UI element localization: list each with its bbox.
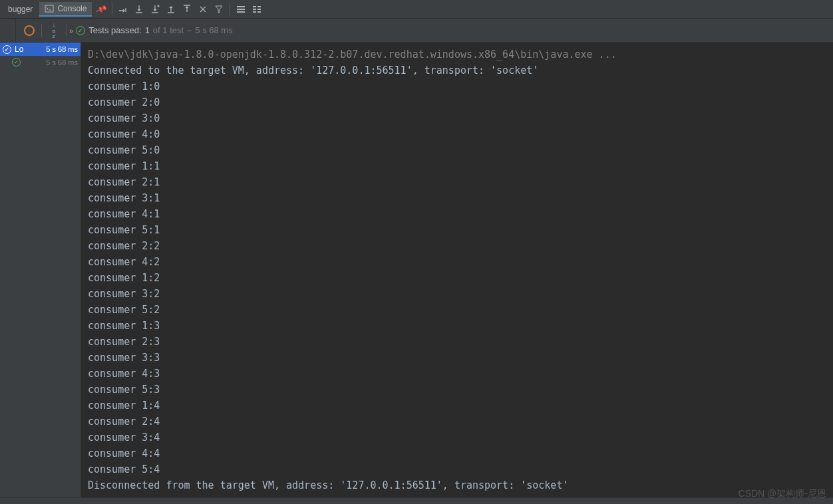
svg-rect-8 xyxy=(257,9,261,10)
svg-rect-0 xyxy=(45,5,53,12)
expand-icon[interactable]: » xyxy=(69,27,72,35)
console-line: consumer 1:2 xyxy=(88,270,826,286)
test-item-time: 5 s 68 ms xyxy=(46,59,78,66)
console-line: consumer 1:3 xyxy=(88,318,826,334)
tab-console[interactable]: Console xyxy=(39,2,92,17)
console-line: consumer 5:2 xyxy=(88,302,826,318)
console-line: consumer 4:0 xyxy=(88,126,826,142)
console-line: consumer 3:1 xyxy=(88,190,826,206)
duration: 5 s 68 ms xyxy=(195,25,232,35)
status-prefix: Tests passed: xyxy=(88,25,142,35)
console-line: consumer 5:1 xyxy=(88,222,826,238)
console-line: consumer 3:3 xyxy=(88,350,826,366)
dash: – xyxy=(187,25,192,35)
tab-console-label: Console xyxy=(57,4,86,13)
console-line: consumer 5:3 xyxy=(88,382,826,398)
console-line: consumer 1:1 xyxy=(88,158,826,174)
console-cmd-line: D:\dev\jdk\java-1.8.0-openjdk-1.8.0.312-… xyxy=(88,47,826,63)
console-line: consumer 2:2 xyxy=(88,238,826,254)
test-item-label: Lo xyxy=(15,45,23,54)
test-status-bar: ↓az » ✓ Tests passed: 1 of 1 test – 5 s … xyxy=(0,19,833,43)
tab-debugger-label: bugger xyxy=(8,5,33,14)
test-tree-item[interactable]: ✓ 5 s 68 ms xyxy=(0,56,81,68)
svg-rect-9 xyxy=(253,11,256,13)
of-text: of 1 test xyxy=(153,25,184,35)
tab-debugger[interactable]: bugger xyxy=(3,3,38,16)
console-line: consumer 2:1 xyxy=(88,174,826,190)
history-icon[interactable] xyxy=(21,23,37,39)
console-line: consumer 3:2 xyxy=(88,286,826,302)
divider xyxy=(66,24,67,37)
step-out-icon[interactable] xyxy=(164,2,178,17)
trace-icon[interactable] xyxy=(234,2,248,17)
divider xyxy=(230,3,230,16)
svg-rect-4 xyxy=(237,11,245,13)
console-line: consumer 4:2 xyxy=(88,254,826,270)
console-line: consumer 2:3 xyxy=(88,334,826,350)
watermark: CSDN @架构师-尼恩 xyxy=(739,488,826,500)
run-to-cursor-icon[interactable] xyxy=(180,2,194,17)
divider xyxy=(41,24,42,37)
drop-frame-icon[interactable] xyxy=(196,2,210,17)
svg-rect-6 xyxy=(257,6,261,7)
passed-count: 1 xyxy=(145,25,150,35)
svg-rect-7 xyxy=(253,9,256,10)
test-tree-item-root[interactable]: ✓ Lo 5 s 68 ms xyxy=(0,43,81,56)
console-line: consumer 4:3 xyxy=(88,366,826,382)
svg-rect-5 xyxy=(253,6,256,7)
bottom-strip xyxy=(0,497,833,504)
console-line: consumer 5:4 xyxy=(88,461,826,477)
console-line: Connected to the target VM, address: '12… xyxy=(88,63,826,78)
top-toolbar: bugger Console 📌 xyxy=(0,0,833,19)
step-into-icon[interactable] xyxy=(132,2,146,17)
svg-rect-10 xyxy=(257,11,261,13)
pin-icon[interactable]: 📌 xyxy=(92,0,110,19)
svg-point-1 xyxy=(158,5,160,7)
force-step-into-icon[interactable] xyxy=(148,2,162,17)
console-line: consumer 2:4 xyxy=(88,414,826,430)
test-item-time: 5 s 68 ms xyxy=(46,45,78,53)
console-line: Disconnected from the target VM, address… xyxy=(88,477,826,493)
console-icon xyxy=(45,4,54,13)
console-line: consumer 4:4 xyxy=(88,445,826,461)
console-line: consumer 3:4 xyxy=(88,430,826,445)
main-area: ✓ Lo 5 s 68 ms ✓ 5 s 68 ms D:\dev\jdk\ja… xyxy=(0,43,833,497)
test-tree-sidebar: ✓ Lo 5 s 68 ms ✓ 5 s 68 ms xyxy=(0,43,81,497)
console-line: consumer 1:4 xyxy=(88,398,826,414)
evaluate-icon[interactable] xyxy=(212,2,226,17)
check-icon: ✓ xyxy=(76,26,85,35)
console-line: consumer 2:0 xyxy=(88,94,826,110)
test-status-text: ✓ Tests passed: 1 of 1 test – 5 s 68 ms xyxy=(76,25,233,35)
console-line: consumer 1:0 xyxy=(88,78,826,94)
console-line: consumer 4:1 xyxy=(88,206,826,222)
svg-rect-2 xyxy=(237,6,245,7)
check-icon: ✓ xyxy=(3,45,11,54)
svg-rect-3 xyxy=(237,9,245,10)
console-line: consumer 3:0 xyxy=(88,110,826,126)
console-output[interactable]: D:\dev\jdk\java-1.8.0-openjdk-1.8.0.312-… xyxy=(81,43,833,497)
console-line: consumer 5:0 xyxy=(88,142,826,158)
left-gutter xyxy=(4,19,16,42)
settings-icon[interactable] xyxy=(250,2,264,17)
step-over-icon[interactable] xyxy=(116,2,130,17)
divider xyxy=(112,3,112,16)
sort-icon[interactable]: ↓az xyxy=(46,23,62,39)
check-icon: ✓ xyxy=(12,58,21,66)
